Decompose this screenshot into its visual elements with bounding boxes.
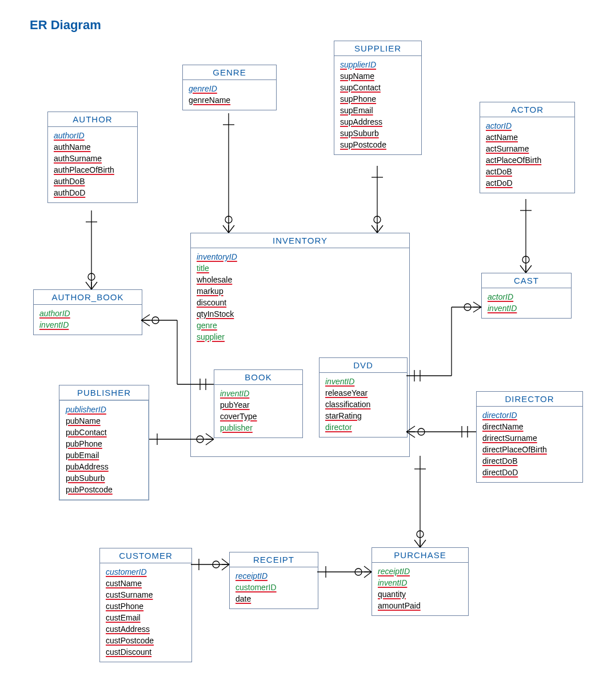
entity-purchase-title: PURCHASE	[372, 548, 468, 563]
entity-cast: CAST actorID inventID	[481, 273, 572, 319]
svg-line-69	[364, 566, 372, 572]
svg-line-9	[141, 315, 150, 320]
entity-publisher-attrs: publisherID pubName pubContact pubPhone …	[59, 400, 149, 500]
entity-dvd-title: DVD	[320, 358, 407, 373]
entity-inventory-attrs: inventoryID title wholesale markup disco…	[191, 248, 409, 347]
svg-point-12	[152, 317, 159, 324]
attr: custPostcode	[106, 635, 186, 646]
attr: inventoryID	[197, 252, 404, 262]
svg-point-32	[522, 256, 529, 263]
entity-genre-title: GENRE	[183, 65, 276, 80]
entity-director-attrs: directorID directName drirectSurname dir…	[477, 407, 582, 482]
entity-book: BOOK inventID pubYear coverType publishe…	[214, 369, 303, 438]
attr: supplier	[197, 332, 404, 342]
attr: directDoB	[482, 456, 577, 466]
entity-genre-attrs: genreID genreName	[183, 80, 276, 110]
attr: discount	[197, 297, 404, 308]
entity-actor: ACTOR actorID actName actSurname actPlac…	[480, 102, 575, 193]
attr: custSurname	[106, 590, 186, 600]
attr: publisher	[220, 423, 297, 433]
attr: supEmail	[340, 105, 416, 116]
svg-line-57	[414, 540, 420, 547]
attr: amountPaid	[378, 600, 462, 611]
attr: authDoB	[54, 176, 131, 186]
attr: director	[325, 422, 401, 432]
entity-customer: CUSTOMER customerID custName custSurname…	[99, 548, 192, 662]
entity-director: DIRECTOR directorID directName drirectSu…	[476, 391, 583, 483]
attr: pubEmail	[66, 450, 142, 460]
entity-director-title: DIRECTOR	[477, 392, 582, 407]
svg-point-20	[225, 216, 232, 223]
attr: customerID	[235, 582, 312, 592]
svg-line-70	[364, 572, 372, 578]
attr: supContact	[340, 82, 416, 93]
attr: inventID	[378, 578, 462, 588]
attr: supPostcode	[340, 140, 416, 150]
svg-point-66	[213, 561, 219, 568]
entity-author-book-attrs: authorID inventID	[34, 305, 142, 335]
attr: authPlaceOfBirth	[54, 165, 131, 175]
attr: genreID	[189, 83, 270, 94]
attr: authorID	[39, 308, 136, 319]
attr: inventID	[488, 303, 565, 313]
svg-point-39	[464, 304, 471, 311]
svg-line-58	[420, 540, 426, 547]
attr: actorID	[486, 121, 569, 131]
entity-cast-title: CAST	[482, 273, 571, 288]
entity-customer-title: CUSTOMER	[100, 548, 191, 563]
svg-line-10	[141, 320, 150, 326]
entity-publisher: PUBLISHER publisherID pubName pubContact…	[59, 385, 149, 500]
svg-line-17	[223, 225, 229, 233]
attr: authName	[54, 142, 131, 152]
er-diagram-page: ER Diagram AUTHOR authorID authName auth…	[0, 0, 615, 700]
attr: authDoD	[54, 188, 131, 198]
entity-supplier-attrs: supplierID supName supContact supPhone s…	[334, 56, 421, 154]
attr: starRating	[325, 411, 401, 421]
attr: actName	[486, 132, 569, 142]
attr: actorID	[488, 292, 565, 302]
attr: inventID	[220, 388, 297, 399]
entity-publisher-title: PUBLISHER	[59, 385, 149, 400]
attr: custPhone	[106, 601, 186, 611]
attr: drirectSurname	[482, 433, 577, 443]
attr: receiptID	[235, 571, 312, 581]
svg-point-60	[417, 531, 424, 538]
attr: qtyInStock	[197, 309, 404, 319]
attr: actDoD	[486, 178, 569, 188]
attr: pubPhone	[66, 439, 142, 449]
attr: quantity	[378, 589, 462, 599]
svg-point-72	[355, 568, 362, 575]
svg-line-29	[520, 265, 526, 273]
svg-line-63	[222, 559, 229, 564]
entity-receipt-attrs: receiptID customerID date	[230, 567, 318, 608]
attr: custEmail	[106, 612, 186, 623]
svg-line-37	[473, 307, 481, 312]
entity-dvd: DVD inventID releaseYear classification …	[319, 357, 408, 438]
svg-line-23	[372, 225, 377, 233]
entity-purchase: PURCHASE receiptID inventID quantity amo…	[372, 547, 469, 616]
attr: inventID	[39, 320, 136, 330]
attr: actDoB	[486, 166, 569, 177]
svg-point-52	[418, 428, 425, 435]
attr: authorID	[54, 130, 131, 141]
attr: pubPostcode	[66, 484, 142, 495]
attr: custName	[106, 578, 186, 588]
attr: pubYear	[220, 400, 297, 410]
attr: custDiscount	[106, 647, 186, 657]
attr: supAddress	[340, 117, 416, 127]
attr: authSurname	[54, 153, 131, 164]
entity-genre: GENRE genreID genreName	[182, 65, 277, 110]
attr: date	[235, 594, 312, 604]
svg-point-5	[88, 273, 95, 280]
attr: pubAddress	[66, 462, 142, 472]
attr: actPlaceOfBirth	[486, 155, 569, 165]
attr: directPlaceOfBirth	[482, 444, 577, 455]
attr: directorID	[482, 410, 577, 420]
attr: actSurname	[486, 144, 569, 154]
svg-line-24	[377, 225, 383, 233]
attr: pubContact	[66, 427, 142, 438]
svg-line-18	[229, 225, 234, 233]
entity-customer-attrs: customerID custName custSurname custPhon…	[100, 563, 191, 662]
entity-book-title: BOOK	[214, 370, 302, 385]
page-title: ER Diagram	[30, 18, 101, 33]
